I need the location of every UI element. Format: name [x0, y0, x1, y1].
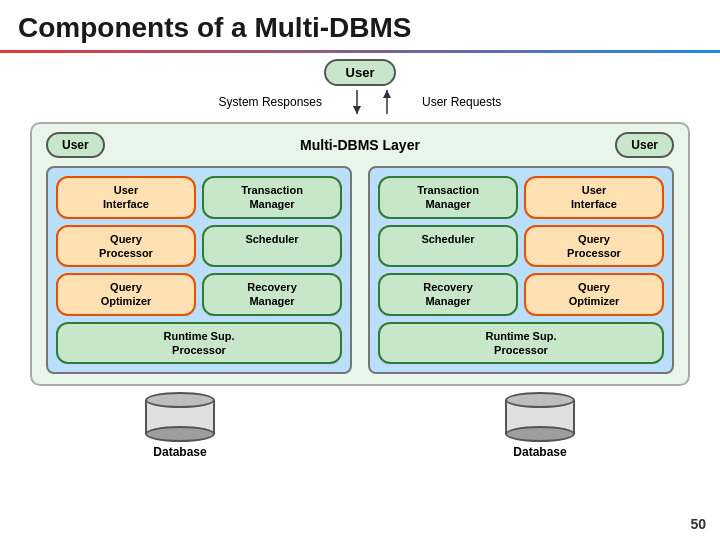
user-requests-label: User Requests — [422, 95, 501, 109]
left-runtime-sup-processor: Runtime Sup.Processor — [56, 322, 342, 365]
svg-marker-1 — [353, 106, 361, 114]
layer-band: User Multi-DBMS Layer User UserInterface… — [30, 122, 690, 386]
db-row: Database Database — [0, 392, 720, 459]
page-number: 50 — [690, 516, 706, 532]
left-user-interface: UserInterface — [56, 176, 196, 219]
left-panel: UserInterface TransactionManager QueryPr… — [46, 166, 352, 374]
right-recovery-manager: RecoveryManager — [378, 273, 518, 316]
system-responses-label: System Responses — [219, 95, 322, 109]
right-query-processor: QueryProcessor — [524, 225, 664, 268]
left-transaction-manager: TransactionManager — [202, 176, 342, 219]
left-query-processor: QueryProcessor — [56, 225, 196, 268]
panels-row: UserInterface TransactionManager QueryPr… — [46, 166, 674, 374]
arrow-label-row: System Responses User Requests — [170, 86, 550, 118]
right-db-bottom — [505, 426, 575, 442]
arrows-svg — [332, 86, 412, 118]
right-panel-grid: TransactionManager UserInterface Schedul… — [378, 176, 664, 364]
page-title: Components of a Multi-DBMS — [0, 0, 720, 50]
right-db-label: Database — [513, 445, 566, 459]
svg-marker-3 — [383, 90, 391, 98]
right-user-node: User — [615, 132, 674, 158]
right-runtime-sup-processor: Runtime Sup.Processor — [378, 322, 664, 365]
layer-title: Multi-DBMS Layer — [105, 137, 616, 153]
right-scheduler: Scheduler — [378, 225, 518, 268]
left-db-bottom — [145, 426, 215, 442]
main-content: User System Responses User Requests User… — [0, 59, 720, 459]
right-transaction-manager: TransactionManager — [378, 176, 518, 219]
top-user-node: User — [324, 59, 397, 86]
left-user-node: User — [46, 132, 105, 158]
right-panel: TransactionManager UserInterface Schedul… — [368, 166, 674, 374]
right-query-optimizer: QueryOptimizer — [524, 273, 664, 316]
right-database: Database — [495, 392, 585, 459]
divider — [0, 50, 720, 53]
layer-header: User Multi-DBMS Layer User — [46, 132, 674, 158]
left-recovery-manager: RecoveryManager — [202, 273, 342, 316]
left-panel-grid: UserInterface TransactionManager QueryPr… — [56, 176, 342, 364]
left-db-label: Database — [153, 445, 206, 459]
left-scheduler: Scheduler — [202, 225, 342, 268]
left-database: Database — [135, 392, 225, 459]
left-query-optimizer: QueryOptimizer — [56, 273, 196, 316]
right-user-interface: UserInterface — [524, 176, 664, 219]
